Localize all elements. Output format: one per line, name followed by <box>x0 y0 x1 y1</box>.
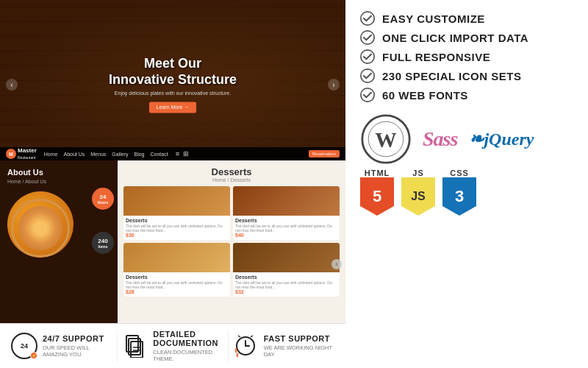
feature-icon-sets: 230 SPECIAL ICON SETS <box>360 68 573 83</box>
hours-badge: 24 Hours <box>92 188 114 210</box>
dessert-image <box>123 186 230 216</box>
bottom-brand-icon: M <box>6 149 16 159</box>
bottom-nav-links: Home About Us Menus Gallery Blog Contact <box>44 152 168 157</box>
bottom-brand-name: MasterRestaurant <box>18 147 37 160</box>
bottom-menu-icon[interactable]: ≡ <box>176 150 179 158</box>
hero-title: Meet OurInnovative Structure <box>109 56 237 88</box>
feature-label: FULL RESPONSIVE <box>382 51 490 63</box>
fast-support-text: FAST SUPPORT WE ARE WORKING NIGHT DAY. <box>264 334 334 358</box>
js-label: JS <box>401 169 435 177</box>
dessert-item: Desserts The dish will be set to all you… <box>123 186 230 240</box>
bottom-stats-bar: 24 ⚡ 24/7 SUPPORT OUR SPEED WILL AMAZING… <box>0 323 345 368</box>
feature-web-fonts: 60 WEB FONTS <box>360 88 573 102</box>
dessert-image <box>123 243 230 272</box>
dessert-info: Desserts The dish will be set to all you… <box>233 216 340 240</box>
feature-easy-customize: EASY CUSTOMIZE <box>360 11 573 26</box>
fast-support-icon <box>232 333 259 359</box>
dessert-image <box>233 243 340 272</box>
docs-icon <box>121 333 148 359</box>
html5-badge: HTML 5 <box>360 169 394 216</box>
wordpress-logo: W <box>360 113 412 165</box>
desserts-next-button[interactable]: › <box>331 259 342 269</box>
svg-point-13 <box>361 69 374 82</box>
html-label: HTML <box>360 169 394 177</box>
check-icon <box>360 88 375 102</box>
sass-logo: Sass <box>423 127 457 151</box>
learn-more-button[interactable]: Learn More → <box>149 102 197 113</box>
sass-jquery-logos: Sass ❧jQuery <box>423 127 534 151</box>
feature-label: EASY CUSTOMIZE <box>382 13 485 25</box>
items-badge: 240 Items <box>92 232 114 254</box>
bottom-cart-icon[interactable]: ⊞ <box>183 150 189 158</box>
bottom-brand: M MasterRestaurant <box>6 147 37 160</box>
mockup-top: M MasterRestaurant Home About Us Menus G… <box>0 0 345 169</box>
svg-point-10 <box>361 12 374 25</box>
hero-next-button[interactable]: › <box>328 79 340 91</box>
dessert-item: Desserts The dish will be set to all you… <box>233 186 340 240</box>
dessert-image <box>233 186 340 216</box>
dessert-info: Desserts The dish will be set to all you… <box>123 272 230 297</box>
svg-point-12 <box>361 50 374 63</box>
svg-line-9 <box>251 336 253 337</box>
pizza-image <box>7 191 74 258</box>
dessert-info: Desserts The dish will be set to all you… <box>233 272 340 297</box>
desserts-grid: Desserts The dish will be set to all you… <box>118 186 345 297</box>
bottom-nav: M MasterRestaurant Home About Us Menus G… <box>0 147 345 160</box>
feature-responsive: FULL RESPONSIVE <box>360 49 573 64</box>
left-panel: M MasterRestaurant Home About Us Menus G… <box>0 0 345 368</box>
css3-shield: 3 <box>442 177 476 216</box>
svg-point-14 <box>361 88 374 102</box>
check-icon <box>360 68 375 83</box>
dessert-item: Desserts The dish will be set to all you… <box>123 243 230 297</box>
html5-shield: 5 <box>360 177 394 216</box>
about-title: About Us <box>7 168 110 177</box>
feature-label: ONE CLICK IMPORT DATA <box>382 32 528 44</box>
tech-logos-row: W Sass ❧jQuery <box>360 113 573 165</box>
jquery-logo: ❧jQuery <box>469 129 534 149</box>
desserts-title: Desserts <box>121 166 342 177</box>
hero-content: Meet OurInnovative Structure Enjoy delic… <box>109 56 237 113</box>
hero-prev-button[interactable]: ‹ <box>6 79 18 91</box>
features-list: EASY CUSTOMIZE ONE CLICK IMPORT DATA FUL… <box>360 11 573 102</box>
bottom-reservation-button[interactable]: Reservation <box>309 150 340 158</box>
fast-support-stat: FAST SUPPORT WE ARE WORKING NIGHT DAY. <box>229 330 338 362</box>
docs-text: DETAILED DOCUMENTION CLEAN DOCUMENTED TH… <box>153 330 223 362</box>
js-badge: JS JS <box>401 169 435 216</box>
support-text: 24/7 SUPPORT OUR SPEED WILL AMAZING YOU. <box>43 334 113 358</box>
css3-badge: CSS 3 <box>442 169 476 216</box>
check-icon <box>360 49 375 64</box>
check-icon <box>360 30 375 45</box>
support-stat: 24 ⚡ 24/7 SUPPORT OUR SPEED WILL AMAZING… <box>7 330 118 362</box>
check-icon <box>360 11 375 26</box>
desserts-breadcrumb: Home / Desserts <box>121 177 342 183</box>
svg-text:W: W <box>375 128 396 152</box>
js-shield: JS <box>401 177 435 216</box>
right-panel: EASY CUSTOMIZE ONE CLICK IMPORT DATA FUL… <box>345 0 588 368</box>
html5-badges: HTML 5 JS JS CSS 3 <box>360 169 573 216</box>
hero-subtitle: Enjoy delicious plates with our innovati… <box>109 91 237 96</box>
dessert-info: Desserts The dish will be set to all you… <box>123 216 230 240</box>
about-breadcrumb: Home / About Us <box>7 179 110 184</box>
docs-stat: DETAILED DOCUMENTION CLEAN DOCUMENTED TH… <box>118 330 228 362</box>
svg-line-8 <box>238 336 240 337</box>
dessert-item: Desserts The dish will be set to all you… <box>233 243 340 297</box>
bottom-nav-icons: ≡ ⊞ <box>176 150 189 158</box>
feature-label: 60 WEB FONTS <box>382 89 468 102</box>
svg-point-11 <box>361 31 374 44</box>
feature-one-click: ONE CLICK IMPORT DATA <box>360 30 573 45</box>
support-icon: 24 ⚡ <box>11 333 37 359</box>
desserts-header: Desserts Home / Desserts <box>118 160 345 186</box>
css-label: CSS <box>442 169 476 177</box>
feature-label: 230 SPECIAL ICON SETS <box>382 70 521 82</box>
